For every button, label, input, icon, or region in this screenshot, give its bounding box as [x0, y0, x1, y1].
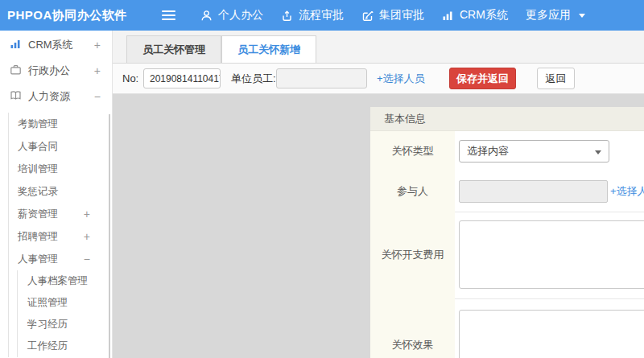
tab-bar: 员工关怀管理 员工关怀新增	[113, 31, 644, 64]
navbar-menu: 个人办公 流程审批 集团审批	[192, 0, 594, 31]
bar-chart-icon	[10, 38, 22, 52]
save-and-return-button[interactable]: 保存并返回	[449, 68, 516, 89]
user-icon	[200, 10, 213, 22]
process-upload-icon	[281, 10, 293, 22]
expand-toggle[interactable]: +	[84, 208, 90, 220]
sidebar-item-work-experience[interactable]: 工作经历	[18, 335, 112, 357]
sidebar-item-personnel-management[interactable]: 人事管理 −	[9, 248, 112, 270]
caret-down-icon	[579, 14, 585, 18]
collapse-toggle[interactable]: −	[84, 253, 90, 265]
unit-employee-label: 单位员工:	[231, 64, 276, 93]
hamburger-menu-icon[interactable]	[162, 10, 175, 20]
book-icon	[10, 89, 22, 104]
sidebar-item-study-experience[interactable]: 学习经历	[18, 314, 112, 335]
care-expense-row: 关怀开支费用	[370, 212, 644, 298]
select-person-link[interactable]: +选择人员	[377, 64, 425, 93]
app-logo: PHPOA协同办公软件	[7, 0, 127, 31]
participants-input[interactable]	[459, 180, 608, 203]
return-button[interactable]: 返回	[537, 68, 575, 89]
sidebar-item-hr-contract[interactable]: 人事合同	[9, 135, 112, 158]
sidebar-menu: CRM系统 + 行政办公 + 人力资源 − 考勤管理 人事合同 培训管理	[0, 31, 113, 358]
hr-submenu: 考勤管理 人事合同 培训管理 奖惩记录 薪资管理 + 招聘管理 + 人事管理 −…	[8, 113, 112, 357]
collapse-toggle[interactable]: −	[94, 90, 101, 103]
participants-row: 参与人 +选择人员	[370, 171, 644, 212]
toolbar: No: 单位员工: +选择人员 保存并返回 返回	[113, 64, 644, 94]
nav-item-process-approval[interactable]: 流程审批	[272, 0, 353, 31]
sidebar-item-training[interactable]: 培训管理	[9, 158, 112, 180]
participants-label: 参与人	[370, 171, 455, 212]
care-type-label: 关怀类型	[370, 131, 455, 171]
no-label: No:	[122, 64, 138, 93]
main-area: 员工关怀管理 员工关怀新增 No: 单位员工: +选择人员 保存并返回 返回 基…	[113, 31, 644, 358]
care-effect-row: 关怀效果	[370, 298, 644, 358]
care-effect-textarea[interactable]	[459, 310, 644, 358]
edit-square-icon	[361, 10, 374, 22]
sidebar-item-human-resources[interactable]: 人力资源 −	[0, 84, 112, 109]
nav-item-personal-office[interactable]: 个人办公	[192, 0, 272, 31]
sidebar-item-reward-punishment[interactable]: 奖惩记录	[9, 180, 112, 203]
nav-item-more-apps[interactable]: 更多应用	[517, 0, 594, 31]
no-input[interactable]	[143, 68, 221, 88]
nav-item-group-approval[interactable]: 集团审批	[353, 0, 433, 31]
basic-info-panel: 基本信息 关怀类型 选择内容 参与人 +选择人员 关怀开支费用	[370, 107, 644, 358]
sidebar-item-attendance[interactable]: 考勤管理	[9, 113, 112, 135]
top-navbar: PHPOA协同办公软件 个人办公 流程审批	[0, 0, 644, 31]
care-type-select[interactable]: 选择内容	[459, 140, 609, 163]
expand-toggle[interactable]: +	[84, 230, 90, 243]
nav-item-crm-system[interactable]: CRM系统	[433, 0, 517, 31]
select-participant-link[interactable]: +选择人员	[610, 171, 644, 212]
unit-employee-input[interactable]	[276, 68, 367, 88]
expand-toggle[interactable]: +	[94, 39, 101, 51]
bar-chart-icon	[442, 10, 454, 22]
care-type-row: 关怀类型 选择内容	[370, 131, 644, 171]
briefcase-icon	[10, 64, 22, 78]
sidebar-item-certificate-management[interactable]: 证照管理	[18, 292, 112, 314]
sidebar-item-recruitment[interactable]: 招聘管理 +	[9, 225, 112, 248]
sidebar-item-crm[interactable]: CRM系统 +	[0, 32, 112, 58]
sidebar-item-salary[interactable]: 薪资管理 +	[9, 203, 112, 225]
sidebar-item-personnel-archive[interactable]: 人事档案管理	[18, 270, 112, 292]
care-expense-label: 关怀开支费用	[370, 212, 455, 298]
personnel-submenu: 人事档案管理 证照管理 学习经历 工作经历	[17, 270, 112, 357]
sidebar-scrollbar[interactable]	[109, 114, 110, 358]
chevron-down-icon	[595, 150, 601, 154]
expand-toggle[interactable]: +	[94, 64, 101, 77]
tab-employee-care-management[interactable]: 员工关怀管理	[126, 35, 221, 63]
content-area: 基本信息 关怀类型 选择内容 参与人 +选择人员 关怀开支费用	[113, 94, 644, 358]
section-title: 基本信息	[370, 107, 644, 131]
tab-employee-care-new[interactable]: 员工关怀新增	[221, 35, 316, 63]
care-expense-textarea[interactable]	[459, 220, 644, 289]
sidebar-item-admin-office[interactable]: 行政办公 +	[0, 58, 112, 84]
care-effect-label: 关怀效果	[370, 298, 455, 358]
